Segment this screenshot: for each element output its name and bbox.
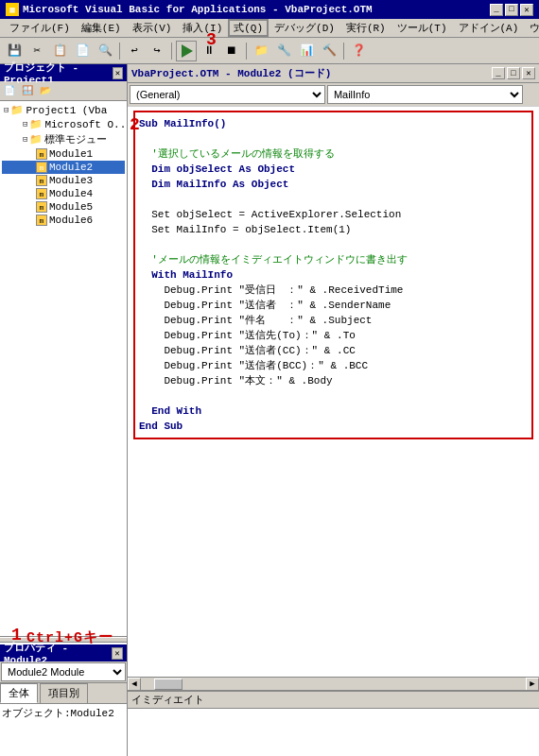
tb-cut[interactable]: ✂	[26, 41, 47, 61]
tree-module6[interactable]: m Module6	[2, 214, 125, 227]
menu-debug[interactable]: デバッグ(D)	[269, 19, 340, 37]
menu-view[interactable]: 表示(V)	[127, 19, 178, 37]
properties-dropdown[interactable]: Module2 Module	[1, 662, 126, 681]
minimize-btn[interactable]: _	[490, 4, 503, 16]
module3-icon: m	[36, 175, 47, 186]
project-explorer-titlebar: プロジェクト - Project1 ✕	[0, 64, 127, 81]
bottom-area: イミディエイト	[128, 690, 539, 756]
tree-module1-label: Module1	[49, 148, 93, 160]
code-line-2	[139, 131, 528, 146]
code-line-11: With MailInfo	[139, 267, 528, 283]
tree-module6-label: Module6	[49, 215, 93, 226]
code-window-title: VbaProject.OTM - Module2 (コード)	[131, 66, 331, 80]
code-line-21: End Sub	[139, 419, 528, 434]
tb-project-explorer[interactable]: 📁	[251, 41, 271, 61]
properties-close[interactable]: ✕	[112, 647, 123, 660]
tree-ms-label: Microsoft O...	[44, 119, 127, 130]
tree-module2[interactable]: m Module2	[2, 161, 125, 174]
code-maximize-btn[interactable]: □	[507, 67, 520, 79]
tb-object-browser[interactable]: 📊	[296, 41, 317, 61]
code-line-14: Debug.Print "件名 ：" & .Subject	[139, 313, 528, 328]
menu-edit[interactable]: 編集(E)	[76, 19, 127, 37]
tb-properties[interactable]: 🔧	[273, 41, 294, 61]
scroll-thumb-h[interactable]	[154, 679, 183, 690]
h-scrollbar[interactable]: ◀ ▶	[128, 677, 539, 690]
pe-view-code[interactable]: 📄	[1, 82, 18, 99]
code-line-18: Debug.Print "本文：" & .Body	[139, 373, 528, 388]
tb-play[interactable]	[176, 41, 197, 61]
tb-sep2	[171, 43, 172, 60]
tree-module3[interactable]: m Module3	[2, 174, 125, 187]
tb-paste[interactable]: 📄	[72, 41, 93, 61]
scroll-right-btn[interactable]: ▶	[526, 678, 539, 691]
main-area: プロジェクト - Project1 ✕ 📄 🪟 📂 ⊟ 📁 Project1 (…	[0, 64, 539, 756]
project-tree[interactable]: ⊟ 📁 Project1 (Vba ⊟ 📁 Microsoft O... ⊟ 📁	[0, 101, 127, 636]
pe-view-object[interactable]: 🪟	[19, 82, 36, 99]
tb-help[interactable]: ❓	[348, 41, 369, 61]
tree-project-label: Project1 (Vba	[26, 105, 107, 116]
title-text: Microsoft Visual Basic for Applications …	[23, 4, 373, 15]
prop-name-label: オブジェクト:Module2	[2, 706, 125, 720]
code-procedure-selector[interactable]: MailInfo	[327, 85, 523, 104]
tb-redo[interactable]: ↪	[147, 41, 167, 61]
immediate-window[interactable]	[128, 709, 539, 756]
tree-std-modules[interactable]: ⊟ 📁 標準モジュー	[2, 131, 125, 147]
code-text-area[interactable]: Sub MailInfo() '選択しているメールの情報を取得する Dim ob…	[128, 107, 539, 677]
tb-copy[interactable]: 📋	[49, 41, 70, 61]
tree-module5[interactable]: m Module5	[2, 200, 125, 214]
play-icon	[182, 44, 193, 58]
code-line-15: Debug.Print "送信先(To)：" & .To	[139, 328, 528, 343]
menu-tools[interactable]: ツール(T)	[391, 19, 453, 37]
code-window-controls: _ □ ✕	[492, 67, 535, 79]
menu-file[interactable]: ファイル(F)	[4, 19, 76, 37]
scroll-left-btn[interactable]: ◀	[128, 678, 141, 691]
menu-window[interactable]: ウィンドウ(W)	[524, 19, 539, 37]
module2-icon: m	[36, 162, 47, 173]
app-icon: ▦	[6, 3, 19, 16]
maximize-btn[interactable]: □	[505, 4, 518, 16]
properties-tab-category[interactable]: 項目別	[40, 683, 88, 703]
menu-insert[interactable]: 挿入(I)	[177, 19, 228, 37]
tb-save[interactable]: 💾	[4, 41, 25, 61]
menu-run[interactable]: 実行(R)	[340, 19, 391, 37]
module6-icon: m	[36, 215, 47, 226]
tree-module4-label: Module4	[49, 188, 93, 199]
tree-module4[interactable]: m Module4	[2, 187, 125, 200]
properties-tab-all[interactable]: 全体	[0, 683, 38, 703]
code-object-selector[interactable]: (General)	[130, 85, 325, 104]
code-highlight-box: Sub MailInfo() '選択しているメールの情報を取得する Dim ob…	[133, 111, 533, 439]
code-line-5: Dim MailInfo As Object	[139, 177, 528, 192]
menu-shiki[interactable]: 式(Q)	[228, 19, 269, 37]
code-body: Sub MailInfo() '選択しているメールの情報を取得する Dim ob…	[128, 107, 539, 677]
code-line-4: Dim objSelect As Object	[139, 162, 528, 177]
tree-module1[interactable]: m Module1	[2, 147, 125, 161]
module4-icon: m	[36, 188, 47, 199]
tb-find[interactable]: 🔍	[95, 41, 115, 61]
tb-toolbox[interactable]: 🔨	[319, 41, 339, 61]
left-panel: プロジェクト - Project1 ✕ 📄 🪟 📂 ⊟ 📁 Project1 (…	[0, 64, 128, 756]
pe-toggle-folders[interactable]: 📂	[37, 82, 54, 99]
menu-addin[interactable]: アドイン(A)	[453, 19, 525, 37]
code-line-12: Debug.Print "受信日 ：" & .ReceivedTime	[139, 283, 528, 298]
module5-icon: m	[36, 201, 47, 213]
properties-toolbar: Module2 Module	[0, 662, 127, 683]
tree-module5-label: Module5	[49, 201, 93, 213]
properties-content: オブジェクト:Module2	[0, 704, 127, 756]
code-selectors: (General) MailInfo	[128, 83, 539, 107]
project-explorer-close[interactable]: ✕	[113, 67, 123, 79]
tree-project-root[interactable]: ⊟ 📁 Project1 (Vba	[2, 103, 125, 117]
code-minimize-btn[interactable]: _	[492, 67, 505, 79]
properties-titlebar: プロパティ - Module2 ✕	[0, 644, 127, 662]
code-line-19	[139, 388, 528, 404]
app-window: 1 Ctrl+Gキー 2 3 ▦ Microsoft Visual Basic …	[0, 0, 539, 756]
immediate-label: イミディエイト	[131, 693, 204, 707]
step-1-badge: 1	[11, 626, 22, 644]
close-btn[interactable]: ✕	[520, 4, 533, 16]
tree-microsoft[interactable]: ⊟ 📁 Microsoft O...	[2, 117, 125, 131]
tb-undo[interactable]: ↩	[124, 41, 145, 61]
code-line-1: Sub MailInfo()	[139, 116, 528, 131]
tb-stop[interactable]: ⏹	[221, 41, 242, 61]
properties-panel: プロパティ - Module2 ✕ Module2 Module 全体 項目別 …	[0, 643, 127, 756]
code-close-btn[interactable]: ✕	[522, 67, 535, 79]
tb-sep1	[119, 43, 120, 60]
